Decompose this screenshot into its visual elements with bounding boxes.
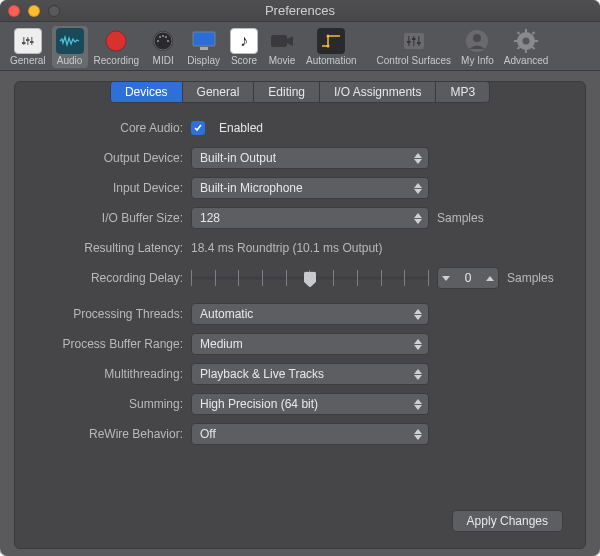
record-icon (102, 28, 130, 54)
summing-select[interactable]: High Precision (64 bit) (191, 393, 429, 415)
processing-threads-label: Processing Threads: (15, 307, 191, 321)
chevron-updown-icon (412, 148, 424, 168)
stepper-up[interactable] (482, 268, 498, 288)
summing-label: Summing: (15, 397, 191, 411)
core-audio-checkbox[interactable] (191, 121, 205, 135)
core-audio-enabled-text: Enabled (219, 121, 263, 135)
recording-delay-slider[interactable] (191, 267, 429, 289)
svg-rect-5 (30, 41, 34, 43)
apply-changes-button[interactable]: Apply Changes (452, 510, 563, 532)
svg-marker-47 (442, 276, 450, 281)
settings-panel: Devices General Editing I/O Assignments … (14, 81, 586, 549)
automation-curve-icon (317, 28, 345, 54)
toolbar-item-display[interactable]: Display (183, 26, 224, 68)
toolbar-item-control-surfaces[interactable]: Control Surfaces (373, 26, 455, 68)
multithreading-label: Multithreading: (15, 367, 191, 381)
svg-point-10 (157, 40, 159, 42)
svg-point-12 (159, 36, 161, 38)
tab-io-assignments[interactable]: I/O Assignments (320, 82, 436, 102)
chevron-updown-icon (412, 208, 424, 228)
svg-rect-34 (525, 49, 527, 53)
svg-point-32 (523, 38, 530, 45)
svg-marker-51 (414, 339, 422, 344)
svg-marker-45 (414, 213, 422, 218)
processing-threads-select[interactable]: Automatic (191, 303, 429, 325)
input-device-select[interactable]: Built-in Microphone (191, 177, 429, 199)
tab-devices[interactable]: Devices (111, 82, 183, 102)
resulting-latency-label: Resulting Latency: (15, 241, 191, 255)
svg-rect-33 (525, 29, 527, 33)
multithreading-select[interactable]: Playback & Live Tracks (191, 363, 429, 385)
input-device-label: Input Device: (15, 181, 191, 195)
tab-editing[interactable]: Editing (254, 82, 320, 102)
svg-rect-25 (418, 36, 420, 46)
toolbar-item-score[interactable]: ♪ Score (226, 26, 262, 68)
close-window-button[interactable] (8, 5, 20, 17)
svg-rect-37 (517, 31, 521, 35)
recording-delay-unit: Samples (507, 271, 554, 285)
slider-panel-icon (14, 28, 42, 54)
mixer-icon (400, 28, 428, 54)
svg-marker-56 (414, 405, 422, 410)
chevron-updown-icon (412, 178, 424, 198)
preferences-window: Preferences General Audio Recording MIDI (0, 0, 600, 556)
recording-delay-stepper[interactable]: 0 (437, 267, 499, 289)
process-buffer-range-label: Process Buffer Range: (15, 337, 191, 351)
svg-rect-24 (413, 36, 415, 46)
svg-point-11 (167, 40, 169, 42)
svg-marker-53 (414, 369, 422, 374)
svg-marker-43 (414, 183, 422, 188)
svg-rect-39 (532, 31, 536, 35)
svg-point-14 (162, 35, 164, 37)
toolbar-item-movie[interactable]: Movie (264, 26, 300, 68)
window-title: Preferences (0, 3, 600, 18)
minimize-window-button[interactable] (28, 5, 40, 17)
chevron-updown-icon (412, 334, 424, 354)
zoom-window-button[interactable] (48, 5, 60, 17)
svg-rect-36 (534, 40, 538, 42)
output-device-label: Output Device: (15, 151, 191, 165)
rewire-select[interactable]: Off (191, 423, 429, 445)
chevron-updown-icon (412, 424, 424, 444)
toolbar-item-advanced[interactable]: Advanced (500, 26, 552, 68)
svg-marker-41 (414, 153, 422, 158)
svg-marker-46 (414, 219, 422, 224)
toolbar-item-general[interactable]: General (6, 26, 50, 68)
toolbar-item-recording[interactable]: Recording (90, 26, 144, 68)
svg-marker-57 (414, 429, 422, 434)
svg-point-13 (165, 36, 167, 38)
tab-mp3[interactable]: MP3 (436, 82, 489, 102)
svg-rect-15 (193, 32, 215, 46)
gear-icon (512, 28, 540, 54)
toolbar-item-my-info[interactable]: My Info (457, 26, 498, 68)
stepper-down[interactable] (438, 268, 454, 288)
svg-marker-49 (414, 309, 422, 314)
tab-group: Devices General Editing I/O Assignments … (110, 81, 490, 103)
svg-point-21 (327, 35, 330, 38)
io-buffer-label: I/O Buffer Size: (15, 211, 191, 225)
window-controls (8, 5, 60, 17)
output-device-select[interactable]: Built-in Output (191, 147, 429, 169)
svg-marker-54 (414, 375, 422, 380)
toolbar: General Audio Recording MIDI Display (0, 22, 600, 71)
svg-marker-48 (486, 276, 494, 281)
chevron-updown-icon (412, 394, 424, 414)
toolbar-item-audio[interactable]: Audio (52, 26, 88, 68)
chevron-updown-icon (412, 364, 424, 384)
svg-marker-19 (287, 36, 293, 46)
io-buffer-unit: Samples (437, 211, 484, 225)
svg-marker-55 (414, 399, 422, 404)
toolbar-item-automation[interactable]: Automation (302, 26, 361, 68)
tab-general[interactable]: General (183, 82, 255, 102)
io-buffer-select[interactable]: 128 (191, 207, 429, 229)
process-buffer-range-select[interactable]: Medium (191, 333, 429, 355)
resulting-latency-value: 18.4 ms Roundtrip (10.1 ms Output) (191, 241, 382, 255)
music-note-icon: ♪ (230, 28, 258, 54)
camera-icon (268, 28, 296, 54)
toolbar-item-midi[interactable]: MIDI (145, 26, 181, 68)
svg-rect-3 (22, 42, 26, 44)
core-audio-label: Core Audio: (15, 121, 191, 135)
titlebar: Preferences (0, 0, 600, 22)
recording-delay-value: 0 (454, 271, 482, 285)
recording-delay-label: Recording Delay: (15, 271, 191, 285)
